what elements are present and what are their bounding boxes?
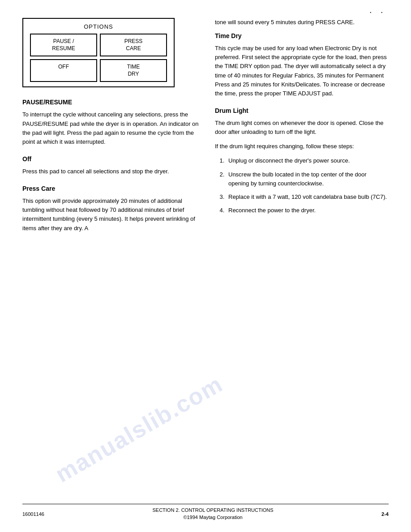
drum-light-text1: The drum light comes on whenever the doo… (215, 119, 389, 137)
off-button[interactable]: OFF (30, 59, 97, 82)
off-text: Press this pad to cancel all selections … (22, 167, 201, 176)
page-footer: 16001146 SECTION 2. CONTROL OPERATING IN… (22, 504, 389, 521)
pause-resume-heading: PAUSE/RESUME (22, 99, 201, 106)
right-column: tone will sound every 5 minutes during P… (215, 18, 389, 238)
watermark: manualslib.com (51, 370, 227, 488)
off-heading: Off (22, 155, 201, 163)
footer-document-number: 16001146 (22, 511, 44, 517)
options-box: OPTIONS PAUSE /RESUME PRESSCARE OFF TIME… (22, 18, 175, 87)
footer-section-info: SECTION 2. CONTROL OPERATING INSTRUCTION… (152, 507, 273, 521)
pause-resume-text: To interrupt the cycle without canceling… (22, 110, 201, 146)
pause-resume-label: PAUSE /RESUME (52, 38, 75, 51)
footer-page-number: 2-4 (381, 511, 389, 517)
time-dry-label: TIMEDRY (127, 64, 140, 77)
press-care-heading: Press Care (22, 185, 201, 192)
pause-resume-button[interactable]: PAUSE /RESUME (30, 34, 97, 56)
page: · · OPTIONS PAUSE /RESUME PRESSCARE OFF (0, 0, 411, 532)
time-dry-button[interactable]: TIMEDRY (100, 59, 167, 82)
list-item: Unscrew the bulb located in the top cent… (226, 170, 389, 188)
left-column: OPTIONS PAUSE /RESUME PRESSCARE OFF TIME… (22, 18, 201, 238)
time-dry-text: This cycle may be used for any load when… (215, 44, 389, 98)
list-item: Reconnect the power to the dryer. (226, 206, 389, 215)
main-content: OPTIONS PAUSE /RESUME PRESSCARE OFF TIME… (22, 18, 389, 238)
off-label: OFF (58, 64, 69, 70)
drum-light-heading: Drum Light (215, 107, 389, 114)
press-care-label: PRESSCARE (124, 38, 143, 51)
drum-light-text2: If the drum light requires changing, fol… (215, 142, 389, 151)
buttons-grid: PAUSE /RESUME PRESSCARE OFF TIMEDRY (30, 34, 167, 82)
options-title: OPTIONS (30, 23, 167, 30)
right-intro-text: tone will sound every 5 minutes during P… (215, 18, 389, 27)
page-dots: · · (370, 8, 387, 17)
list-item: Unplug or disconnect the dryer's power s… (226, 156, 389, 165)
press-care-text: This option will provide approximately 2… (22, 197, 201, 233)
list-item: Replace it with a 7 watt, 120 volt cande… (226, 193, 389, 202)
footer-section-line1: SECTION 2. CONTROL OPERATING INSTRUCTION… (152, 507, 273, 514)
press-care-button[interactable]: PRESSCARE (100, 34, 167, 56)
time-dry-heading: Time Dry (215, 32, 389, 39)
drum-light-steps: Unplug or disconnect the dryer's power s… (224, 156, 389, 215)
footer-copyright: ©1994 Maytag Corporation (152, 514, 273, 521)
